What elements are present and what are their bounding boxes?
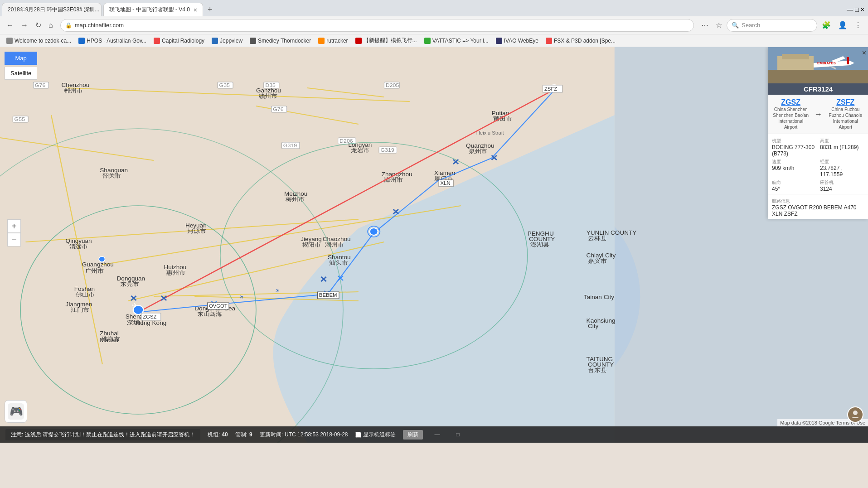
new-tab-button[interactable]: + [203, 5, 217, 14]
bookmark-0-favicon [6, 38, 13, 44]
forward-button[interactable]: → [18, 19, 31, 31]
bookmark-1[interactable]: HPOS - Australian Gov... [76, 37, 149, 45]
origin-code[interactable]: ZGSZ [773, 98, 809, 106]
bookmark-6-label: 【新提醒】模拟飞行... [364, 37, 417, 44]
bookmark-4-label: Smedley Thorndocker [258, 38, 311, 44]
profile-icon[interactable]: 👤 [835, 19, 850, 31]
svg-text:G55: G55 [15, 116, 25, 122]
bookmark-0-label: Welcome to ezdok-ca... [15, 38, 71, 44]
bookmark-4-favicon [250, 38, 256, 44]
svg-text:G35: G35 [219, 82, 230, 88]
update-time: 更新时间: UTC 12:58:53 2018-09-28 [260, 431, 348, 439]
position-col: 经度 23.7827 ,117.1559 [820, 157, 864, 178]
search-box[interactable]: 🔍 Search [727, 19, 817, 32]
plane-tool-button[interactable]: 🎮 [5, 400, 27, 423]
bookmark-4[interactable]: Smedley Thorndocker [247, 37, 314, 45]
bookmark-6[interactable]: 【新提醒】模拟飞行... [353, 36, 420, 45]
tab-bar: 2018年9月28日 环中国S3E08# 深圳... × 联飞地图 - 中国飞行… [0, 0, 868, 16]
tab-2-label: 联飞地图 - 中国飞行者联盟 - V4.0 [109, 6, 190, 14]
svg-point-128 [99, 256, 105, 262]
home-button[interactable]: ⌂ [46, 19, 56, 31]
plane-tool-icon: 🎮 [8, 403, 24, 420]
zoom-out-button[interactable]: − [7, 233, 21, 246]
bookmark-5-favicon [318, 38, 325, 44]
bookmark-button[interactable]: ☆ [713, 19, 725, 31]
bookmark-3[interactable]: Jeppview [209, 37, 245, 45]
panel-route: ZGSZ China ShenzhenShenzhen Bao'anIntern… [768, 95, 868, 134]
zoom-controls: + − [7, 219, 21, 246]
zoom-in-button[interactable]: + [7, 219, 21, 233]
avatar-button[interactable] [847, 406, 863, 423]
altitude-col: 高度 8831 m (FL289) [820, 136, 864, 157]
bookmark-8[interactable]: IVAO WebEye [493, 37, 541, 45]
browser-frame: 2018年9月28日 环中国S3E08# 深圳... × 联飞地图 - 中国飞行… [0, 0, 868, 47]
back-button[interactable]: ← [4, 19, 16, 31]
svg-text:澎湖县: 澎湖县 [530, 242, 549, 248]
refresh-button[interactable]: ↻ [33, 19, 44, 31]
tab-2-close[interactable]: × [194, 6, 197, 14]
address-bar[interactable]: 🔒 map.chinaflier.com [60, 19, 694, 32]
bookmark-9-label: FSX & P3D addon [Spe... [554, 38, 616, 44]
window-maximize[interactable]: □ [855, 6, 858, 13]
bookmark-0[interactable]: Welcome to ezdok-ca... [4, 37, 74, 45]
flight-photo-inner: EMIRATES [768, 47, 868, 83]
minimize-button[interactable]: — [430, 430, 445, 439]
svg-text:Guangzhou: Guangzhou [82, 261, 114, 268]
svg-text:韶关市: 韶关市 [102, 173, 121, 179]
bookmark-2[interactable]: Capital Radiology [151, 37, 207, 45]
svg-text:河源市: 河源市 [188, 228, 206, 234]
dest-code[interactable]: ZSFZ [827, 98, 863, 106]
bookmark-9[interactable]: FSX & P3D addon [Spe... [543, 37, 618, 45]
show-labels-checkbox[interactable]: 显示机组标签 [355, 431, 396, 439]
flight-photo: EMIRATES [768, 47, 868, 83]
svg-text:珠海市: 珠海市 [102, 336, 120, 342]
svg-text:EMIRATES: EMIRATES [817, 61, 836, 65]
window-close[interactable]: × [861, 6, 864, 13]
bookmark-5[interactable]: rutracker [315, 37, 350, 45]
flight-panel: EMIRATES × CFR3124 ZGSZ China ShenzhenSh… [768, 47, 868, 219]
dest-name: China FuzhouFuzhou ChanoleInternational … [827, 106, 863, 130]
tab-2[interactable]: 联飞地图 - 中国飞行者联盟 - V4.0 × [103, 3, 203, 16]
svg-text:G76: G76 [273, 106, 283, 112]
extensions-icon[interactable]: 🧩 [819, 19, 834, 31]
tab-1-label: 2018年9月28日 环中国S3E08# 深圳... [8, 6, 99, 14]
svg-rect-135 [782, 54, 809, 59]
panel-close-button[interactable]: × [862, 49, 866, 57]
nav-bar: ← → ↻ ⌂ 🔒 map.chinaflier.com ⋯ ☆ 🔍 Searc… [0, 16, 868, 34]
address-text: map.chinaflier.com [75, 22, 124, 29]
squawk-label: 应答机 [820, 179, 864, 186]
satellite-button[interactable]: Satellite [5, 67, 37, 80]
show-labels-text: 显示机组标签 [363, 431, 396, 439]
map-button[interactable]: Map [5, 52, 37, 65]
heading-value: 45° [772, 186, 816, 192]
svg-text:XLN: XLN [441, 181, 451, 186]
position-label: 经度 [820, 159, 864, 165]
controllers-label: 管制: [235, 431, 247, 439]
bookmark-7[interactable]: VATTASTIC => Your l... [422, 37, 491, 45]
svg-text:Heixiu Strait: Heixiu Strait [476, 130, 504, 135]
panel-row-3: 航向 45° 应答机 3124 [772, 178, 864, 192]
route-info-value: ZGSZ OVGOT R200 BEBEM A470 XLN ZSFZ [772, 204, 864, 217]
svg-text:D205: D205 [386, 82, 399, 88]
svg-rect-133 [768, 70, 868, 83]
bookmark-8-label: IVAO WebEye [504, 38, 538, 44]
panel-title: CFR3124 [768, 83, 868, 95]
svg-text:G76: G76 [35, 82, 45, 88]
map-container[interactable]: G55 G76 G35 D35 G76 G319 D205 D206 G319 … [0, 47, 868, 443]
window-minimize[interactable]: — [847, 6, 853, 13]
extensions-button[interactable]: ⋯ [698, 19, 711, 31]
bookmark-6-favicon [355, 38, 362, 44]
svg-text:泉州市: 泉州市 [469, 148, 487, 155]
route-info-label: 航路信息 [772, 198, 864, 204]
tab-1[interactable]: 2018年9月28日 环中国S3E08# 深圳... × [2, 3, 102, 16]
menu-button[interactable]: ⋮ [852, 19, 864, 31]
refresh-button[interactable]: 刷新 [403, 430, 423, 440]
svg-text:✈: ✈ [132, 302, 138, 309]
close-button[interactable]: □ [452, 430, 464, 439]
svg-text:嘉义市: 嘉义市 [588, 258, 606, 264]
svg-text:清远市: 清远市 [69, 243, 88, 250]
search-placeholder: Search [742, 22, 760, 29]
speed-value: 909 km/h [772, 165, 816, 171]
show-labels-input[interactable] [355, 432, 361, 438]
altitude-label: 高度 [820, 138, 864, 144]
